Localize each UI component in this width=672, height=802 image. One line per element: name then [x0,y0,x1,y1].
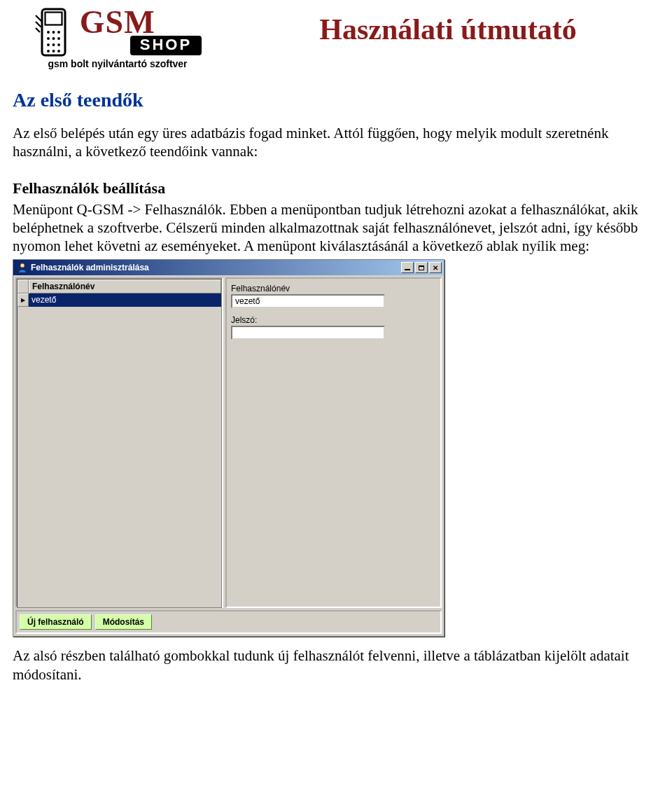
subsection-title: Felhasználók beállítása [13,179,659,198]
user-detail-pane: Felhasználónév Jelszó: [225,277,442,608]
page-header: GSM SHOP gsm bolt nyilvántartó szoftver … [13,7,659,69]
password-label: Jelszó: [231,315,436,325]
svg-point-14 [47,50,50,53]
svg-point-7 [57,31,60,34]
svg-point-6 [52,31,55,34]
footer-paragraph: Az alsó részben található gombokkal tudu… [13,647,659,684]
user-admin-dialog: Felhasználók adminisztrálása ✕ Felhaszná… [13,259,444,637]
modify-button[interactable]: Módosítás [95,614,152,630]
page-title: Használati útmutató [237,7,659,46]
close-button[interactable]: ✕ [429,262,442,273]
phone-icon [34,7,76,56]
grid-marker-header [18,279,29,293]
svg-point-10 [57,37,60,40]
svg-point-15 [52,50,55,53]
password-input[interactable] [231,326,385,340]
svg-point-9 [52,37,55,40]
dialog-footer: Új felhasználó Módosítás [15,610,442,634]
svg-point-8 [47,37,50,40]
logo-tagline: gsm bolt nyilvántartó szoftver [13,58,223,69]
dialog-titlebar: Felhasználók adminisztrálása ✕ [13,260,444,275]
dialog-title: Felhasználók adminisztrálása [31,263,401,272]
logo-brand-box: SHOP [130,36,202,55]
svg-line-4 [36,28,40,32]
username-label: Felhasználónév [231,284,436,293]
row-marker-icon [18,293,29,307]
svg-line-3 [36,22,41,27]
maximize-button[interactable] [415,262,428,273]
svg-point-12 [52,43,55,46]
username-input[interactable] [231,294,385,308]
new-user-button[interactable]: Új felhasználó [20,614,92,630]
table-row[interactable]: vezető [18,293,221,307]
app-icon [17,262,28,273]
user-grid-pane: Felhasználónév vezető [15,277,223,608]
body-paragraph: Menüpont Q-GSM -> Felhasználók. Ebben a … [13,200,659,256]
grid-cell-username: vezető [29,293,221,307]
logo: GSM SHOP gsm bolt nyilvántartó szoftver [13,7,223,69]
grid-column-header[interactable]: Felhasználónév [29,279,221,293]
intro-paragraph: Az első belépés után egy üres adatbázis … [13,124,659,161]
section-title: Az első teendők [13,89,659,111]
svg-rect-1 [45,13,62,25]
svg-point-11 [47,43,50,46]
window-controls: ✕ [401,262,442,273]
svg-point-17 [20,263,24,268]
svg-point-13 [57,43,60,46]
svg-point-16 [57,50,60,53]
logo-brand-top: GSM [80,8,202,36]
minimize-button[interactable] [401,262,414,273]
svg-point-5 [47,31,50,34]
